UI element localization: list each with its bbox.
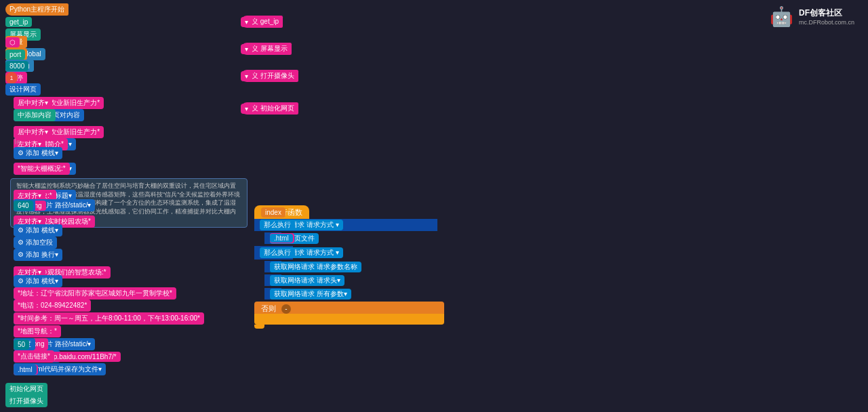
logo-name: DF创客社区 bbox=[799, 8, 842, 18]
else-minus-btn[interactable]: - bbox=[281, 304, 291, 314]
logo-url: mc.DFRobot.com.cn bbox=[799, 19, 854, 26]
req-all-label[interactable]: 获取网络请求 所有参数▾ bbox=[270, 289, 351, 300]
post-then[interactable]: 那么执行 bbox=[260, 247, 295, 258]
add-switch-block[interactable]: ⚙ 添加 换行▾ bbox=[14, 249, 62, 261]
get-then[interactable]: 那么执行 bbox=[260, 220, 295, 230]
map-width-val[interactable]: 50 bbox=[14, 339, 29, 350]
exec-bottom-notch bbox=[254, 325, 264, 329]
map-text[interactable]: *地图导航：* bbox=[14, 325, 61, 337]
h3-text1[interactable]: *智能大棚概况:* bbox=[14, 163, 70, 175]
start-block[interactable]: Python主程序开始 bbox=[5, 3, 68, 16]
align-block1[interactable]: 居中对齐▾ bbox=[14, 97, 52, 109]
print-req-header-block[interactable]: 打印 ⚙ 获取网络请求 请求头▾ bbox=[264, 274, 281, 286]
print-req-all-block[interactable]: 打印 ⚙ 获取网络请求 所有参数▾ bbox=[264, 288, 281, 300]
get-request-block[interactable]: ⚙ 获取网络请求 请求方式 ▾ = GET 那么执行 bbox=[254, 219, 437, 231]
add-hr2-block[interactable]: ⚙ 添加 横线▾ bbox=[14, 224, 62, 236]
init-web-block[interactable]: 初始化网页 bbox=[5, 383, 47, 395]
add-blank-block[interactable]: ⚙ 添加空段 bbox=[14, 236, 57, 249]
main-canvas: 🤖 DF创客社区 mc.DFRobot.com.cn Python主程序开始 g… bbox=[0, 0, 868, 412]
addr-text[interactable]: *地址：辽宁省沈阳市苏家屯区城郊九年一贯制学校* bbox=[14, 287, 176, 300]
width-val[interactable]: 640 bbox=[14, 201, 33, 211]
get-ip-label: get_ip bbox=[9, 18, 28, 26]
print-req-name-block[interactable]: 打印 ⚙ 获取网络请求 请求参数名称 bbox=[264, 261, 281, 272]
html-ext: .html bbox=[14, 365, 37, 375]
num-1[interactable]: 1 bbox=[5, 72, 18, 84]
content-label: 中添加内容 bbox=[14, 109, 56, 121]
design-web-block[interactable]: 设计网页 bbox=[5, 83, 41, 96]
add-hr3-block[interactable]: ⚙ 添加 横线▾ bbox=[14, 275, 62, 287]
val-8000[interactable]: 8000 bbox=[5, 61, 28, 71]
exec-func-name[interactable]: index bbox=[261, 207, 285, 218]
h1-align[interactable]: 居中对齐▾ bbox=[14, 126, 52, 138]
req-name-label[interactable]: 获取网络请求 请求参数名称 bbox=[270, 262, 361, 272]
def-init-arrow[interactable]: ▾ bbox=[241, 104, 252, 114]
get-ip-block[interactable]: get_ip bbox=[5, 17, 32, 27]
else-bottom bbox=[254, 314, 444, 325]
ie-label: Ie bbox=[14, 138, 20, 146]
return-file-block[interactable]: ⚙ 返回网页文件 mgy2 .html bbox=[264, 232, 281, 244]
logo-icon: 🤖 bbox=[770, 5, 793, 28]
post-request-block[interactable]: ⚙ 获取网络请求 请求方式 ▾ = POST 那么执行 - bbox=[254, 246, 293, 260]
def-get-ip-arrow[interactable]: ▾ bbox=[241, 17, 252, 27]
time-text[interactable]: *时间参考：周一～周五，上午8:00-11:00，下午13:00-16:00* bbox=[14, 312, 204, 325]
def-screen-arrow[interactable]: ▾ bbox=[241, 44, 252, 54]
link-text-val[interactable]: *点击链接* bbox=[14, 350, 54, 363]
add-hr1-block[interactable]: ⚙ 添加 横线▾ bbox=[14, 147, 62, 159]
def-camera-arrow[interactable]: ▾ bbox=[241, 71, 252, 81]
port-block[interactable]: port bbox=[5, 49, 25, 60]
logo: 🤖 DF创客社区 mc.DFRobot.com.cn bbox=[770, 5, 854, 28]
variable-badge[interactable]: ⬡ bbox=[5, 37, 20, 47]
return-ext: .html bbox=[270, 234, 293, 243]
phone-text[interactable]: *电话：024-89422482* bbox=[14, 300, 91, 312]
exec-panel-header[interactable]: ⚙ 执行函数 index bbox=[254, 205, 309, 220]
req-header-label[interactable]: 获取网络请求 请求头▾ bbox=[270, 275, 344, 286]
else-label: 否则 bbox=[261, 304, 276, 314]
open-camera-block[interactable]: 打开摄像头 bbox=[5, 395, 47, 407]
start-label: Python主程序开始 bbox=[9, 5, 64, 14]
